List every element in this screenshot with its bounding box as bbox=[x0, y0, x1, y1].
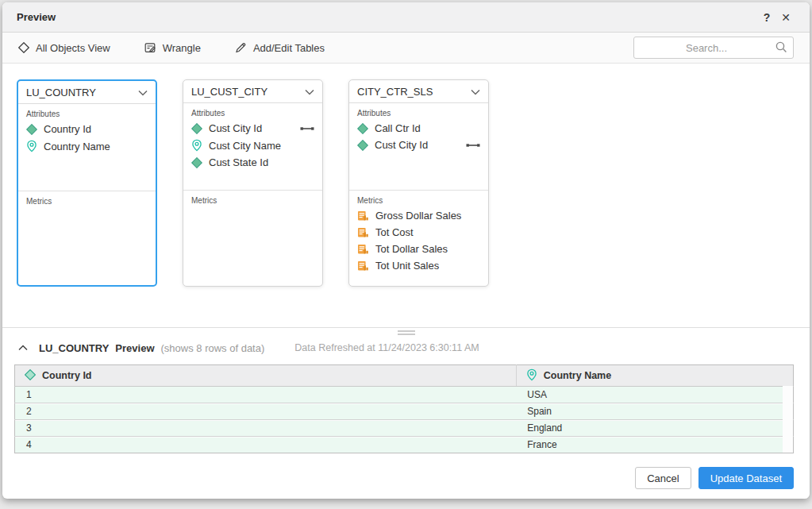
table-name: LU_CUST_CITY bbox=[191, 86, 267, 98]
update-dataset-button[interactable]: Update Dataset bbox=[698, 467, 794, 489]
help-icon[interactable]: ? bbox=[757, 8, 776, 27]
metric-report-icon bbox=[357, 260, 369, 272]
all-objects-view-button[interactable]: All Objects View bbox=[18, 42, 110, 54]
table-card-header[interactable]: CITY_CTR_SLS bbox=[349, 80, 488, 103]
attributes-label: Attributes bbox=[18, 104, 156, 121]
geo-pin-icon bbox=[191, 139, 202, 152]
attribute-label: Call Ctr Id bbox=[375, 122, 480, 134]
geo-pin-icon bbox=[26, 140, 37, 152]
close-icon[interactable]: ✕ bbox=[776, 8, 795, 27]
table-row: 4 France bbox=[15, 437, 794, 453]
preview-dialog: Preview ? ✕ All Objects View Wrangle bbox=[2, 2, 810, 499]
metrics-label: Metrics bbox=[349, 191, 488, 207]
collapse-chevron-up-icon[interactable] bbox=[18, 345, 28, 351]
preview-header: LU_COUNTRY Preview (shows 8 rows of data… bbox=[2, 334, 810, 361]
metric-item[interactable]: Gross Dollar Sales bbox=[349, 207, 488, 224]
chevron-down-icon[interactable] bbox=[138, 87, 148, 98]
chevron-down-icon[interactable] bbox=[305, 86, 314, 98]
pencil-icon bbox=[234, 41, 247, 54]
cell-country-id: 4 bbox=[15, 437, 517, 453]
metric-item[interactable]: Tot Dollar Sales bbox=[349, 241, 488, 257]
attribute-diamond-icon bbox=[357, 140, 368, 151]
cancel-button[interactable]: Cancel bbox=[635, 467, 691, 489]
attribute-item[interactable]: Call Ctr Id bbox=[349, 120, 488, 137]
table-card-header[interactable]: LU_COUNTRY bbox=[18, 81, 156, 104]
search-box bbox=[633, 37, 794, 59]
attribute-item[interactable]: Cust City Id bbox=[349, 137, 488, 153]
diamond-outline-icon bbox=[18, 42, 29, 53]
metric-label: Tot Unit Sales bbox=[375, 260, 480, 272]
attribute-item[interactable]: Cust State Id bbox=[183, 154, 322, 171]
preview-table: Country Id Country Name bbox=[14, 364, 794, 453]
metrics-section: Metrics Gross Dollar Sales Tot Cost bbox=[349, 191, 488, 286]
attribute-item[interactable]: Country Id bbox=[18, 121, 156, 137]
search-input[interactable] bbox=[634, 37, 793, 58]
cell-country-name: England bbox=[516, 420, 793, 437]
attributes-label: Attributes bbox=[183, 103, 322, 120]
attribute-label: Country Id bbox=[44, 123, 148, 135]
data-refreshed-timestamp: Data Refreshed at 11/24/2023 6:30:11 AM bbox=[294, 342, 479, 353]
table-row: 3 England bbox=[15, 420, 794, 437]
preview-table-name: LU_COUNTRY bbox=[39, 342, 109, 354]
metric-report-icon bbox=[357, 227, 369, 238]
table-card-city-ctr-sls[interactable]: CITY_CTR_SLS Attributes Call Ctr Id bbox=[348, 79, 489, 287]
metrics-section: Metrics bbox=[18, 191, 156, 285]
metric-report-icon bbox=[357, 210, 369, 222]
metrics-label: Metrics bbox=[18, 191, 156, 208]
join-link-icon bbox=[466, 142, 480, 148]
tables-canvas: LU_COUNTRY Attributes Country Id bbox=[2, 64, 810, 327]
table-card-lu-country[interactable]: LU_COUNTRY Attributes Country Id bbox=[17, 79, 157, 287]
attribute-diamond-icon bbox=[191, 123, 202, 134]
attribute-diamond-icon bbox=[191, 157, 202, 168]
attribute-diamond-icon bbox=[357, 123, 368, 134]
dialog-title: Preview bbox=[17, 11, 56, 23]
table-header-row: Country Id Country Name bbox=[15, 365, 794, 387]
preview-table-container: Country Id Country Name bbox=[14, 364, 794, 453]
join-link-icon bbox=[300, 125, 314, 132]
column-header-country-id[interactable]: Country Id bbox=[15, 365, 517, 387]
cell-country-name: USA bbox=[516, 387, 793, 403]
table-card-lu-cust-city[interactable]: LU_CUST_CITY Attributes Cust City Id bbox=[183, 79, 323, 287]
attribute-label: Country Name bbox=[44, 141, 148, 152]
attribute-diamond-icon bbox=[26, 124, 37, 135]
metrics-section: Metrics bbox=[183, 191, 322, 286]
table-row: 1 USA bbox=[15, 387, 794, 403]
table-card-header[interactable]: LU_CUST_CITY bbox=[183, 80, 322, 103]
table-name: CITY_CTR_SLS bbox=[357, 86, 433, 98]
table-scroll-track[interactable] bbox=[783, 386, 793, 453]
attribute-item[interactable]: Country Name bbox=[18, 137, 156, 155]
attributes-label: Attributes bbox=[349, 103, 488, 120]
cell-country-name: Spain bbox=[516, 403, 793, 420]
dialog-titlebar: Preview ? ✕ bbox=[2, 2, 810, 33]
dialog-toolbar: All Objects View Wrangle Add/Edit Tabl bbox=[2, 33, 810, 64]
splitter-drag-handle[interactable] bbox=[398, 329, 415, 335]
metric-label: Tot Cost bbox=[375, 226, 480, 238]
cell-country-name: France bbox=[516, 437, 793, 453]
chevron-down-icon[interactable] bbox=[471, 86, 480, 98]
metrics-label: Metrics bbox=[183, 191, 322, 207]
attribute-diamond-icon bbox=[25, 369, 36, 383]
attribute-item[interactable]: Cust City Id bbox=[183, 120, 322, 137]
search-icon[interactable] bbox=[775, 40, 788, 56]
add-edit-tables-label: Add/Edit Tables bbox=[253, 42, 325, 54]
attribute-label: Cust City Name bbox=[209, 140, 314, 152]
preview-row-count: (shows 8 rows of data) bbox=[161, 342, 265, 354]
wrangle-label: Wrangle bbox=[163, 42, 201, 54]
column-header-country-name[interactable]: Country Name bbox=[516, 365, 793, 387]
all-objects-view-label: All Objects View bbox=[36, 42, 110, 54]
add-edit-tables-button[interactable]: Add/Edit Tables bbox=[234, 41, 325, 54]
cell-country-id: 1 bbox=[15, 387, 517, 403]
wrangle-button[interactable]: Wrangle bbox=[144, 41, 201, 54]
geo-pin-icon bbox=[526, 368, 537, 384]
attributes-section: Attributes Cust City Id bbox=[183, 103, 322, 191]
attribute-label: Cust State Id bbox=[209, 156, 314, 168]
metric-item[interactable]: Tot Unit Sales bbox=[349, 257, 488, 274]
metric-label: Tot Dollar Sales bbox=[375, 243, 480, 255]
metric-label: Gross Dollar Sales bbox=[375, 210, 480, 222]
cell-country-id: 3 bbox=[15, 420, 517, 437]
metric-item[interactable]: Tot Cost bbox=[349, 224, 488, 241]
column-header-label: Country Id bbox=[42, 370, 92, 381]
dialog-footer: Cancel Update Dataset bbox=[2, 453, 810, 499]
attribute-item[interactable]: Cust City Name bbox=[183, 137, 322, 154]
table-row: 2 Spain bbox=[15, 403, 794, 420]
